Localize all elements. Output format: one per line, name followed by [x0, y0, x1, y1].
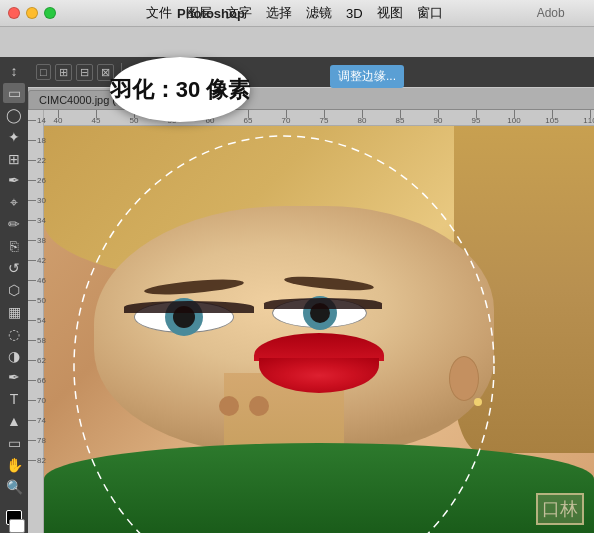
close-button[interactable]: [8, 7, 20, 19]
tool-crop[interactable]: ⊞: [3, 149, 25, 169]
tool-blur[interactable]: ◌: [3, 324, 25, 344]
tool-hand[interactable]: ✋: [3, 455, 25, 475]
ruler-tick-v: [28, 400, 36, 401]
menu-3d[interactable]: 3D: [346, 6, 363, 21]
background-color[interactable]: [9, 519, 25, 534]
watermark: 口林: [536, 493, 584, 525]
ruler-tick-v: [28, 240, 36, 241]
tool-healing[interactable]: ⌖: [3, 192, 25, 212]
tool-path-select[interactable]: ▲: [3, 411, 25, 431]
tool-history-brush[interactable]: ↺: [3, 258, 25, 278]
add-selection-icon[interactable]: ⊞: [55, 64, 72, 81]
tool-shape[interactable]: ▭: [3, 433, 25, 453]
tool-magic-wand[interactable]: ✦: [3, 127, 25, 147]
tool-eyedropper[interactable]: ✒: [3, 170, 25, 190]
ruler-tick-v: [28, 440, 36, 441]
menu-view[interactable]: 视图: [377, 4, 403, 22]
feather-circle: 羽化：30 像素: [110, 57, 250, 122]
minimize-button[interactable]: [26, 7, 38, 19]
ruler-tick-v: [28, 380, 36, 381]
refine-edge-button[interactable]: 调整边缘...: [330, 65, 404, 88]
ruler-tick-v: [28, 180, 36, 181]
ruler-tick-v: [28, 120, 36, 121]
tool-zoom[interactable]: 🔍: [3, 477, 25, 497]
ruler-tick-v: [28, 340, 36, 341]
feather-value: 羽化：30 像素: [110, 75, 251, 105]
face-image: @keyframes march-ants { to { stroke-dash…: [44, 126, 594, 533]
tool-gradient[interactable]: ▦: [3, 302, 25, 322]
maximize-button[interactable]: [44, 7, 56, 19]
feather-callout: 羽化：30 像素: [110, 57, 250, 122]
tool-eraser[interactable]: ⬡: [3, 280, 25, 300]
ruler-tick-v: [28, 200, 36, 201]
menu-window[interactable]: 窗口: [417, 4, 443, 22]
tool-brush[interactable]: ✏: [3, 214, 25, 234]
left-toolbar: ↕ ▭ ◯ ✦ ⊞ ✒ ⌖ ✏ ⎘ ↺ ⬡ ▦ ◌ ◑ ✒ T ▲ ▭ ✋ 🔍: [0, 57, 28, 533]
ruler-left: 14 18 22 26 30 34 38 42 46 50 54 58 62 6…: [28, 110, 44, 533]
ruler-tick-v: [28, 280, 36, 281]
canvas-area[interactable]: @keyframes march-ants { to { stroke-dash…: [44, 126, 594, 533]
tool-dodge[interactable]: ◑: [3, 346, 25, 366]
tool-clone[interactable]: ⎘: [3, 236, 25, 256]
tool-lasso[interactable]: ◯: [3, 105, 25, 125]
ruler-tick-v: [28, 160, 36, 161]
ruler-tick-v: [28, 460, 36, 461]
ruler-tick-v: [28, 220, 36, 221]
menu-filter[interactable]: 滤镜: [306, 4, 332, 22]
ruler-tick-v: [28, 140, 36, 141]
tool-marquee-rect[interactable]: ▭: [3, 83, 25, 103]
ruler-tick-v: [28, 260, 36, 261]
ruler-tick-v: [28, 320, 36, 321]
menu-select[interactable]: 选择: [266, 4, 292, 22]
ruler-tick-v: [28, 420, 36, 421]
tool-type[interactable]: T: [3, 389, 25, 409]
ruler-tick-v: [28, 300, 36, 301]
tool-move[interactable]: ↕: [3, 61, 25, 81]
ruler-tick-v: [28, 360, 36, 361]
menu-file[interactable]: 文件: [146, 4, 172, 22]
subtract-selection-icon[interactable]: ⊟: [76, 64, 93, 81]
app-name: Photoshop: [177, 6, 245, 21]
tool-pen[interactable]: ✒: [3, 367, 25, 387]
menu-bar: 文件 图层 文字 选择 滤镜 3D 视图 窗口 Adob: [56, 4, 565, 22]
new-selection-icon[interactable]: □: [36, 64, 51, 80]
title-bar: Photoshop 文件 图层 文字 选择 滤镜 3D 视图 窗口 Adob: [0, 0, 594, 27]
window-controls: [0, 7, 56, 19]
